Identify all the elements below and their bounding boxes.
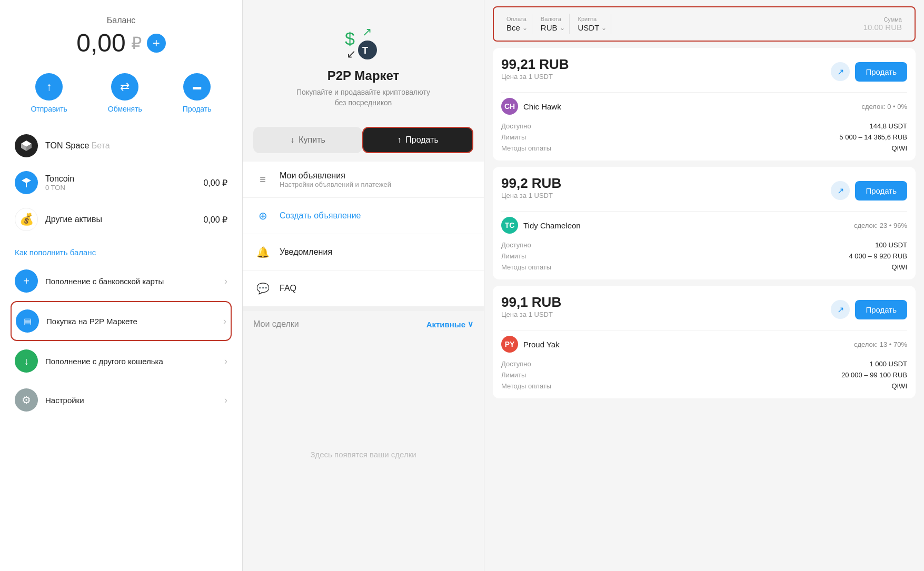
offer-3-divider [501,330,907,330]
other-wallet-icon: ↓ [15,349,38,373]
currency-filter-value: RUB ⌄ [541,23,565,32]
amount-filter[interactable]: Сумма 10.00 RUB [615,14,906,34]
notifications-icon: 🔔 [253,243,272,262]
deals-section: Мои сделки Активные ∨ [243,311,484,337]
create-ad-item[interactable]: ⊕ Создать объявление [243,198,484,234]
market-logo: $ ↗ ↙ T [253,21,473,63]
menu-item-p2p[interactable]: ▤ Покупка на P2P Маркете › [11,301,232,341]
payment-filter-value: Все ⌄ [506,23,528,32]
balance-section: Баланс 0,00 ₽ + [11,16,232,57]
exchange-button[interactable]: ⇄ Обменять [108,73,142,113]
other-assets-icon: 💰 [15,208,38,231]
svg-text:↙: ↙ [346,47,356,61]
buy-sell-tabs: ↓ Купить ↑ Продать [253,127,473,153]
offer-3-available-row: Доступно 1 000 USDT [501,360,907,368]
balance-value: 0,00 [76,28,125,57]
crypto-filter-label: Крипта [578,16,607,22]
asset-item-toncoin[interactable]: Toncoin 0 TON 0,00 ₽ [11,165,232,201]
offer-1-price: 99,21 RUB [501,56,569,73]
market-title: P2P Маркет [253,68,473,83]
menu-item-other-wallet[interactable]: ↓ Пополнение с другого кошелька › [11,342,232,380]
ton-space-icon [15,134,38,157]
offer-2-share-button[interactable]: ↗ [831,181,850,200]
my-ads-title: Мои объявления [280,171,473,181]
add-funds-button[interactable]: + [147,34,166,53]
faq-title: FAQ [280,284,473,293]
faq-icon: 💬 [253,279,272,298]
buy-tab[interactable]: ↓ Купить [253,127,362,153]
offer-2-payment-row: Методы оплаты QIWI [501,263,907,271]
filter-bar: Оплата Все ⌄ Валюта RUB ⌄ Крипта USDT ⌄ … [493,6,916,42]
offer-1-divider [501,92,907,93]
sell-tab-label: Продать [405,135,439,145]
crypto-filter[interactable]: Крипта USDT ⌄ [574,14,612,34]
offer-2-details: TC Tidy Chameleon сделок: 23 • 96% Досту… [501,217,907,271]
bank-card-chevron: › [224,276,227,287]
offer-3-payment-row: Методы оплаты QIWI [501,382,907,390]
offer-1-available-row: Доступно 144,8 USDT [501,122,907,130]
crypto-chevron-icon: ⌄ [601,24,607,32]
send-button[interactable]: ↑ Отправить [31,73,67,113]
settings-label: Настройки [45,396,224,405]
faq-item[interactable]: 💬 FAQ [243,271,484,307]
offer-2-sell-button[interactable]: Продать [855,181,907,201]
sell-tab-icon: ↑ [397,135,401,145]
middle-menu: ≡ Мои объявления Настройки объявлений и … [243,162,484,307]
offer-3-sell-button[interactable]: Продать [855,300,907,319]
currency-filter[interactable]: Валюта RUB ⌄ [536,14,570,34]
asset-item-ton-space[interactable]: TON Space Бета [11,128,232,164]
p2p-label: Покупка на P2P Маркете [46,317,223,326]
menu-item-settings[interactable]: ⚙ Настройки › [11,381,232,419]
offer-3-seller-name: Proud Yak [523,340,560,349]
settings-icon: ⚙ [15,388,38,412]
divider [243,307,484,311]
other-wallet-label: Пополнение с другого кошелька [45,357,224,366]
currency-chevron-icon: ⌄ [560,24,565,32]
offer-2-divider [501,211,907,212]
how-to-label: Как пополнить баланс [11,248,232,257]
right-panel: Оплата Все ⌄ Валюта RUB ⌄ Крипта USDT ⌄ … [484,0,924,571]
payment-filter[interactable]: Оплата Все ⌄ [502,14,532,34]
left-menu-list: + Пополнение с банковской карты › ▤ Поку… [11,262,232,419]
offer-2-seller-name: Tidy Chameleon [523,221,581,230]
balance-currency-symbol: ₽ [131,33,142,53]
create-ad-title: Создать объявление [280,211,473,221]
notifications-title: Уведомления [280,247,473,257]
buy-tab-label: Купить [299,135,325,145]
offer-1-sell-button[interactable]: Продать [855,62,907,82]
toncoin-info: Toncoin 0 TON [45,174,203,192]
deals-filter[interactable]: Активные ∨ [426,319,473,329]
offer-3-details: PY Proud Yak сделок: 13 • 70% Доступно 1… [501,336,907,390]
svg-text:↗: ↗ [362,25,372,38]
other-assets-info: Другие активы [45,215,203,224]
offer-1-payment-row: Методы оплаты QIWI [501,144,907,152]
offer-2-seller-stats: сделок: 23 • 96% [854,222,907,229]
left-panel: Баланс 0,00 ₽ + ↑ Отправить ⇄ Обменять ▬… [0,0,242,571]
offer-1-share-button[interactable]: ↗ [831,62,850,81]
currency-filter-label: Валюта [541,16,565,22]
bank-card-label: Пополнение с банковской карты [45,277,224,286]
payment-filter-label: Оплата [506,16,528,22]
offer-3-price: 99,1 RUB [501,294,561,310]
my-ads-item[interactable]: ≡ Мои объявления Настройки объявлений и … [243,162,484,198]
offer-3-share-button[interactable]: ↗ [831,300,850,319]
offer-1-seller-name: Chic Hawk [523,102,561,111]
menu-item-bank-card[interactable]: + Пополнение с банковской карты › [11,262,232,300]
middle-panel: $ ↗ ↙ T P2P Маркет Покупайте и продавайт… [242,0,484,571]
svg-text:T: T [362,45,368,56]
asset-item-other[interactable]: 💰 Другие активы 0,00 ₽ [11,202,232,237]
offer-3-limits-row: Лимиты 20 000 – 99 100 RUB [501,371,907,379]
notifications-item[interactable]: 🔔 Уведомления [243,234,484,271]
deals-label: Мои сделки [253,319,299,329]
offer-card-2: 99,2 RUB Цена за 1 USDT ↗ Продать TC Tid… [493,167,916,279]
p2p-icon: ▤ [16,309,39,333]
sell-button[interactable]: ▬ Продать [183,73,212,113]
offer-3-price-sub: Цена за 1 USDT [501,310,561,318]
sell-tab[interactable]: ↑ Продать [362,127,473,153]
exchange-icon: ⇄ [111,73,138,101]
offer-1-seller-avatar: CH [501,98,518,115]
p2p-chevron: › [223,316,226,327]
deals-filter-chevron: ∨ [468,319,473,329]
settings-chevron: › [224,395,227,406]
offer-2-available-row: Доступно 100 USDT [501,241,907,249]
